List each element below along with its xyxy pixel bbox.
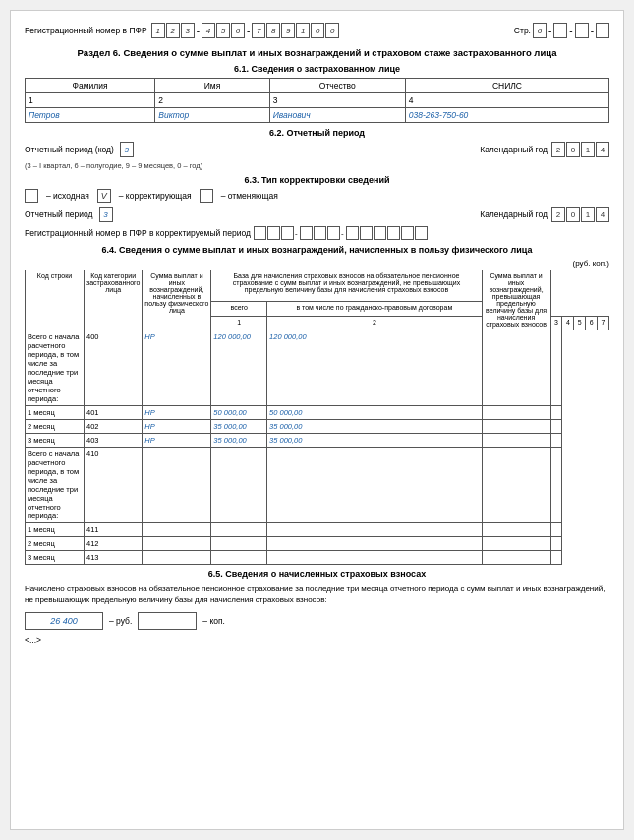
rc-6 bbox=[327, 226, 340, 240]
reg-cell-6: 6 bbox=[231, 23, 245, 38]
row-base-2: 35 000,00 bbox=[267, 420, 482, 434]
person-table: Фамилия Имя Отчество СНИЛС 1 2 3 4 Петро… bbox=[25, 78, 609, 123]
row-base-0: 120 000,00 bbox=[267, 330, 482, 406]
dash-1: - bbox=[196, 23, 201, 38]
section61-title: 6.1. Сведения о застрахованном лице bbox=[25, 64, 609, 74]
year-cell-4: 4 bbox=[596, 142, 609, 157]
table-row: 2 месяц 402 НР 35 000,00 35 000,00 bbox=[26, 420, 609, 434]
correcting-label: – корректирующая bbox=[119, 191, 192, 201]
th-excess: Сумма выплат и иных вознаграждений, прев… bbox=[482, 270, 550, 330]
table-row: 1 месяц 411 bbox=[26, 523, 609, 537]
period-label: Отчетный период (код) bbox=[25, 145, 114, 154]
year-cell-3: 1 bbox=[581, 142, 595, 157]
row-label-5: 1 месяц bbox=[26, 523, 85, 537]
row-excess-5 bbox=[550, 523, 562, 537]
row-civil-7 bbox=[482, 551, 550, 565]
row-code-6: 412 bbox=[85, 537, 143, 551]
row-base-6 bbox=[267, 537, 482, 551]
row-excess-3 bbox=[550, 434, 562, 448]
reg-num-cells: 1 2 3 - 4 5 6 - 7 8 9 1 0 0 bbox=[151, 23, 340, 38]
section65: 6.5. Сведения о начисленных страховых вз… bbox=[25, 570, 609, 644]
reg-cell-8: 8 bbox=[266, 23, 280, 38]
row-code-7: 413 bbox=[85, 551, 143, 565]
row-sum-7 bbox=[211, 551, 267, 565]
correction-period-label: Отчетный период bbox=[25, 210, 93, 219]
header-row: Регистрационный номер в ПФР 1 2 3 - 4 5 … bbox=[25, 23, 609, 38]
cancelling-label: – отменяющая bbox=[221, 191, 278, 201]
row-civil-6 bbox=[482, 537, 550, 551]
reg-label: Регистрационный номер в ПФР bbox=[25, 26, 147, 35]
correction-year-cells: 2 0 1 4 bbox=[551, 207, 609, 222]
row-civil-0 bbox=[482, 330, 550, 406]
row-civil-2 bbox=[482, 420, 550, 434]
th-num-7: 7 bbox=[598, 316, 609, 330]
payment-value: 26 400 bbox=[25, 612, 103, 630]
th-num-3: 3 bbox=[550, 316, 562, 330]
correction-options-row: – исходная V – корректирующая – отменяющ… bbox=[25, 189, 609, 203]
original-label: – исходная bbox=[46, 191, 89, 201]
row-cat-4 bbox=[143, 448, 211, 523]
table-row: Всего с начала расчетного периода, в том… bbox=[26, 448, 609, 523]
reg-cell-9: 9 bbox=[281, 23, 295, 38]
col-header-name: Имя bbox=[155, 79, 269, 93]
table-row: 3 месяц 413 bbox=[26, 551, 609, 565]
table-row: 2 месяц 412 bbox=[26, 537, 609, 551]
row-label-7: 3 месяц bbox=[26, 551, 85, 565]
person-patronymic: Иванович bbox=[269, 108, 405, 123]
row-sum-4 bbox=[211, 448, 267, 523]
reg-cell-5: 5 bbox=[216, 23, 230, 38]
rc-2 bbox=[267, 226, 280, 240]
table-row: 1 месяц 401 НР 50 000,00 50 000,00 bbox=[26, 406, 609, 420]
row-label-4: Всего с начала расчетного периода, в том… bbox=[26, 448, 85, 523]
row-civil-5 bbox=[482, 523, 550, 537]
row-cat-2: НР bbox=[143, 420, 211, 434]
year-label: Календарный год bbox=[480, 145, 548, 154]
rub-note: (руб. коп.) bbox=[25, 259, 609, 268]
table-row: Всего с начала расчетного периода, в том… bbox=[26, 330, 609, 406]
row-cat-6 bbox=[143, 537, 211, 551]
table-row: 3 месяц 403 НР 35 000,00 35 000,00 bbox=[26, 434, 609, 448]
reg-cell-1: 1 bbox=[151, 23, 165, 38]
reg-cell-11: 0 bbox=[311, 23, 324, 38]
row-cat-0: НР bbox=[143, 330, 211, 406]
person-snils: 038-263-750-60 bbox=[405, 108, 608, 123]
row-sum-0: 120 000,00 bbox=[211, 330, 267, 406]
original-checkbox[interactable] bbox=[25, 189, 38, 203]
row-sum-6 bbox=[211, 537, 267, 551]
cy-2: 0 bbox=[566, 207, 580, 222]
page-cell-2 bbox=[553, 23, 567, 38]
kop-label: – коп. bbox=[202, 616, 225, 626]
row-sum-2: 35 000,00 bbox=[211, 420, 267, 434]
reg-cell-2: 2 bbox=[166, 23, 180, 38]
col-num-2: 2 bbox=[155, 93, 269, 108]
row-label-0: Всего с начала расчетного периода, в том… bbox=[26, 330, 85, 406]
th-num-1: 1 bbox=[211, 316, 267, 330]
rc-9 bbox=[374, 226, 386, 240]
th-num-2: 2 bbox=[267, 316, 482, 330]
section64-title: 6.4. Сведения о сумме выплат и иных возн… bbox=[25, 245, 609, 255]
row-base-4 bbox=[267, 448, 482, 523]
period-code: 3 bbox=[120, 142, 134, 157]
rc-3 bbox=[281, 226, 294, 240]
person-name: Виктор bbox=[155, 108, 269, 123]
dash-p2: - bbox=[568, 23, 573, 38]
correcting-checkbox[interactable]: V bbox=[97, 189, 111, 203]
more-row: <...> bbox=[25, 635, 609, 645]
col-num-3: 3 bbox=[269, 93, 405, 108]
reg-cell-12: 0 bbox=[325, 23, 339, 38]
rub-label: – руб. bbox=[109, 616, 132, 626]
rc-4 bbox=[300, 226, 313, 240]
cancelling-checkbox[interactable] bbox=[200, 189, 213, 203]
period-row: Отчетный период (код) 3 Календарный год … bbox=[25, 142, 609, 157]
payment-row: 26 400 – руб. – коп. bbox=[25, 612, 609, 630]
page-cell-3 bbox=[575, 23, 589, 38]
page: Регистрационный номер в ПФР 1 2 3 - 4 5 … bbox=[10, 10, 624, 830]
rc-8 bbox=[360, 226, 373, 240]
year-cell-2: 0 bbox=[566, 142, 580, 157]
rc-7 bbox=[346, 226, 359, 240]
reg-cell-3: 3 bbox=[181, 23, 195, 38]
row-base-5 bbox=[267, 523, 482, 537]
row-sum-1: 50 000,00 bbox=[211, 406, 267, 420]
row-civil-3 bbox=[482, 434, 550, 448]
th-num-5: 5 bbox=[574, 316, 586, 330]
